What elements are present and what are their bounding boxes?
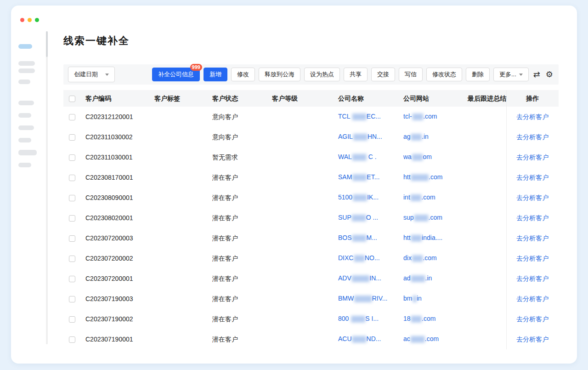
cell-company-website[interactable]: ag███.in (400, 127, 464, 147)
analyze-customer-link[interactable]: 去分析客户 (516, 214, 548, 222)
company-name-link[interactable]: AGIL████HN... (338, 133, 382, 140)
analyze-customer-link[interactable]: 去分析客户 (516, 336, 548, 343)
company-website-link[interactable]: ad████.in (403, 274, 432, 282)
company-name-link[interactable]: SUP████O ... (338, 214, 378, 221)
cell-company-website[interactable]: bm█in (400, 289, 464, 309)
company-name-link[interactable]: WAL████ C . (338, 153, 377, 160)
row-checkbox[interactable] (69, 134, 75, 141)
cell-company-name[interactable]: BOS████M... (334, 228, 400, 248)
analyze-customer-link[interactable]: 去分析客户 (516, 174, 548, 181)
toolbar-button[interactable]: 修改 (231, 68, 255, 81)
cell-company-name[interactable]: DIXC███NO... (334, 248, 400, 268)
cell-company-website[interactable]: sup████.com (400, 208, 464, 228)
redacted-text: ███ (412, 255, 423, 262)
cell-company-website[interactable]: htt█████.com (400, 167, 464, 188)
row-checkbox[interactable] (69, 215, 75, 222)
cell-company-name[interactable]: ACU████ND... (334, 329, 400, 349)
company-website-link[interactable]: sup████.com (403, 214, 442, 221)
analyze-customer-link[interactable]: 去分析客户 (516, 295, 548, 302)
redacted-text: ████ (411, 336, 424, 342)
row-checkbox[interactable] (69, 296, 75, 302)
analyze-customer-link[interactable]: 去分析客户 (516, 113, 548, 120)
company-website-link[interactable]: wa███om (403, 153, 432, 160)
company-website-link[interactable]: tcl-███.com (403, 113, 437, 120)
cell-customer-level (268, 208, 334, 228)
cell-company-name[interactable]: SAM████ET... (334, 167, 400, 188)
cell-company-website[interactable]: ac████.com (400, 329, 464, 349)
company-website-link[interactable]: ac████.com (403, 335, 439, 342)
toolbar-button[interactable]: 共享 (344, 68, 368, 81)
company-name-link[interactable]: TCL ████EC... (338, 113, 381, 120)
toolbar-button[interactable]: 设为热点 (304, 68, 340, 81)
sidebar-skeleton-item (18, 113, 31, 118)
company-website-link[interactable]: ag███.in (403, 133, 429, 140)
analyze-customer-link[interactable]: 去分析客户 (516, 315, 548, 323)
row-checkbox[interactable] (69, 154, 75, 161)
row-checkbox[interactable] (69, 175, 75, 181)
toolbar-button[interactable]: 释放到公海 (259, 68, 300, 81)
row-checkbox[interactable] (69, 114, 75, 120)
cell-company-website[interactable]: wa███om (400, 147, 464, 167)
analyze-customer-link[interactable]: 去分析客户 (516, 133, 548, 141)
company-name-link[interactable]: 800 ████S I... (338, 315, 379, 322)
toolbar-button[interactable]: 修改状态 (426, 68, 462, 81)
zoom-window-button[interactable] (35, 18, 39, 22)
sidebar-skeleton-item (18, 150, 37, 155)
company-name-link[interactable]: SAM████ET... (338, 173, 379, 181)
select-all-checkbox[interactable] (69, 96, 75, 102)
notification-badge: 999 (190, 64, 202, 71)
toolbar-button[interactable]: 删除 (466, 68, 490, 81)
analyze-customer-link[interactable]: 去分析客户 (516, 194, 548, 201)
sidebar-active-item[interactable] (18, 44, 32, 49)
company-website-link[interactable]: dix███.com (403, 254, 437, 262)
cell-company-name[interactable]: SUP████O ... (334, 208, 400, 228)
company-website-link[interactable]: htt█████.com (403, 173, 442, 181)
company-website-link[interactable]: bm█in (403, 295, 422, 302)
analyze-customer-link[interactable]: 去分析客户 (516, 154, 548, 161)
settings-gear-icon[interactable]: ⚙ (545, 69, 554, 80)
cell-company-website[interactable]: dix███.com (400, 248, 464, 268)
cell-company-website[interactable]: ad████.in (400, 268, 464, 289)
analyze-customer-link[interactable]: 去分析客户 (516, 275, 548, 282)
row-checkbox[interactable] (69, 256, 75, 262)
close-window-button[interactable] (20, 18, 24, 22)
company-name-link[interactable]: 5100████IK... (338, 194, 379, 201)
minimize-window-button[interactable] (28, 18, 32, 22)
analyze-customer-link[interactable]: 去分析客户 (516, 255, 548, 262)
more-button[interactable]: 更多... (493, 68, 529, 81)
scrollbar-thumb[interactable] (46, 31, 48, 57)
cell-company-website[interactable]: tcl-███.com (400, 107, 464, 127)
cell-company-website[interactable]: int███.com (400, 188, 464, 208)
company-name-link[interactable]: ADV█████IN... (338, 274, 381, 282)
cell-company-name[interactable]: 800 ████S I... (334, 309, 400, 329)
cell-company-website[interactable]: 18███.com (400, 309, 464, 329)
company-website-link[interactable]: 18███.com (403, 315, 435, 322)
company-website-link[interactable]: int███.com (403, 194, 435, 201)
company-name-link[interactable]: BOS████M... (338, 234, 377, 241)
company-name-link[interactable]: BMW█████RIV... (338, 295, 387, 302)
toolbar-button[interactable]: 写信 (399, 68, 423, 81)
company-name-link[interactable]: ACU████ND... (338, 335, 381, 342)
row-checkbox[interactable] (69, 276, 75, 282)
column-header-customer-tag: 客户标签 (151, 90, 209, 107)
sidebar-scrollbar[interactable] (46, 31, 48, 344)
toolbar-button[interactable]: 交接 (371, 68, 395, 81)
row-checkbox[interactable] (69, 336, 75, 343)
complete-company-info-button[interactable]: 补全公司信息 999 (152, 68, 200, 81)
cell-company-website[interactable]: htt███india.... (400, 228, 464, 248)
cell-company-name[interactable]: TCL ████EC... (334, 107, 400, 127)
transfer-icon[interactable]: ⇄ (532, 69, 541, 80)
cell-company-name[interactable]: BMW█████RIV... (334, 289, 400, 309)
cell-company-name[interactable]: ADV█████IN... (334, 268, 400, 289)
row-checkbox[interactable] (69, 195, 75, 201)
company-website-link[interactable]: htt███india.... (403, 234, 442, 241)
company-name-link[interactable]: DIXC███NO... (338, 254, 380, 262)
cell-company-name[interactable]: AGIL████HN... (334, 127, 400, 147)
cell-company-name[interactable]: 5100████IK... (334, 188, 400, 208)
add-new-button[interactable]: 新增 (204, 68, 227, 81)
analyze-customer-link[interactable]: 去分析客户 (516, 234, 548, 242)
cell-company-name[interactable]: WAL████ C . (334, 147, 400, 167)
row-checkbox[interactable] (69, 235, 75, 242)
row-checkbox[interactable] (69, 316, 75, 323)
date-filter-select[interactable]: 创建日期 (68, 67, 115, 82)
